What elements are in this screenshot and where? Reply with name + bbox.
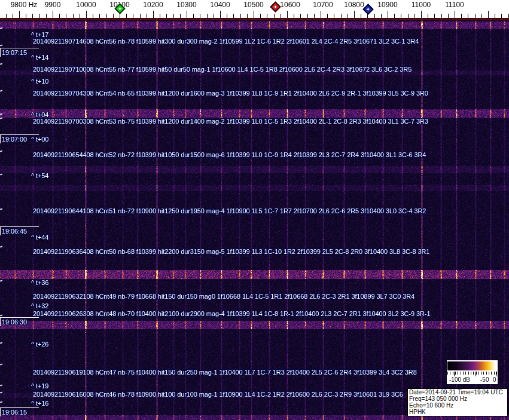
colorbar-tick [447,372,448,375]
ruler-minor-tick [227,14,227,18]
colorbar-tick [471,372,471,375]
ruler-major-tick [488,11,489,18]
frequency-marker-red-diamond[interactable] [270,1,281,12]
ruler-major-tick [86,11,87,18]
ruler-minor-tick [274,14,275,18]
colorbar-panel: -100 dB -50 0 [447,360,498,384]
ruler-minor-tick [260,14,261,18]
colorbar-tick [478,372,479,375]
ruler-minor-tick [59,14,60,18]
meteor-spectrogram-window: 9800 Hz990010000101001020010300104001050… [0,0,509,420]
ruler-minor-tick [26,14,26,18]
colorbar-tick [450,372,450,375]
ruler-minor-tick [501,14,502,18]
ruler-major-tick [421,11,422,18]
ruler-minor-tick [294,14,294,18]
ruler-minor-tick [233,14,234,18]
ruler-minor-tick [495,14,495,18]
colorbar-major-tick [454,372,455,376]
ruler-minor-tick [307,14,308,18]
ruler-minor-tick [361,14,361,18]
frequency-marker-blue-diamond[interactable] [362,4,373,14]
ruler-minor-tick [147,14,147,18]
frequency-tick-label: 10600 [280,1,300,9]
ruler-minor-tick [80,14,80,18]
frequency-tick-label: 9900 [45,1,61,9]
info-frequency: Freq=143 050 000 Hz [409,396,506,402]
ruler-minor-tick [207,14,208,18]
ruler-minor-tick [180,14,181,18]
colorbar-tick [483,372,484,375]
ruler-minor-tick [334,14,334,18]
colorbar-tick [489,372,489,375]
ruler-minor-tick [99,14,100,18]
info-station-code: HPHK [409,409,506,415]
ruler-major-tick [455,11,455,18]
ruler-minor-tick [113,14,114,18]
frequency-tick-label: 10700 [313,1,333,9]
ruler-minor-tick [247,14,248,18]
marker-center-dot [367,8,369,10]
ruler-minor-tick [93,14,93,18]
colorbar-label-max: 0 [493,376,496,383]
colorbar-tick [453,372,453,375]
frequency-tick-label: 10800 [344,1,364,9]
marker-center-dot [274,5,276,8]
ruler-minor-tick [140,14,141,18]
ruler-minor-tick [461,14,462,18]
ruler-minor-tick [6,14,7,18]
ruler-minor-tick [468,14,468,18]
ruler-minor-tick [46,14,47,18]
colorbar-label-mid: -50 [480,376,489,383]
colorbar-gradient [447,361,496,370]
ruler-major-tick [354,11,355,18]
colorbar-label-min: -100 dB [449,376,470,383]
ruler-minor-tick [441,14,442,18]
colorbar-major-tick [475,372,476,376]
ruler-minor-tick [267,14,267,18]
info-echo-frequency: Echo=10 600 Hz [409,402,506,409]
colorbar-major-tick [496,372,496,376]
ruler-major-tick [53,11,53,18]
frequency-tick-label: 10400 [210,1,230,9]
colorbar-tick [473,372,474,375]
ruler-minor-tick [73,14,74,18]
ruler-minor-tick [394,14,395,18]
colorbar-tick [455,372,456,375]
ruler-minor-tick [408,14,409,18]
ruler-major-tick [19,11,20,18]
ruler-minor-tick [428,14,428,18]
colorbar-tick [494,372,495,375]
colorbar-labels: -100 dB -50 0 [447,376,498,384]
ruler-minor-tick [381,14,382,18]
ruler-minor-tick [327,14,328,18]
ruler-major-tick [287,11,288,18]
frequency-tick-label: 10900 [377,1,397,9]
ruler-minor-tick [475,14,476,18]
ruler-minor-tick [39,14,40,18]
ruler-major-tick [220,11,221,18]
ruler-minor-tick [106,14,107,18]
ruler-major-tick [153,11,154,18]
colorbar-tick [476,372,477,375]
ruler-minor-tick [314,14,315,18]
colorbar-tick [465,372,466,375]
colorbar-tick [461,372,461,375]
ruler-minor-tick [414,14,415,18]
ruler-major-tick [388,11,388,18]
frequency-tick-label: 10000 [76,1,96,9]
colorbar-tick [496,372,497,375]
ruler-minor-tick [126,14,127,18]
info-date-time: Date=2014-09-21 Time=19:04 UTC [409,389,506,396]
colorbar-tick [486,372,487,375]
frequency-tick-label: 11100 [445,1,464,9]
frequency-tick-label: 10200 [143,1,163,9]
ruler-minor-tick [200,14,200,18]
ruler-major-tick [187,11,187,18]
status-info-box: Date=2014-09-21 Time=19:04 UTC Freq=143 … [407,388,508,416]
waterfall-spectrogram[interactable] [0,18,509,420]
frequency-tick-label: 11000 [412,1,431,9]
ruler-minor-tick [374,14,375,18]
ruler-minor-tick [166,14,167,18]
ruler-minor-tick [341,14,342,18]
